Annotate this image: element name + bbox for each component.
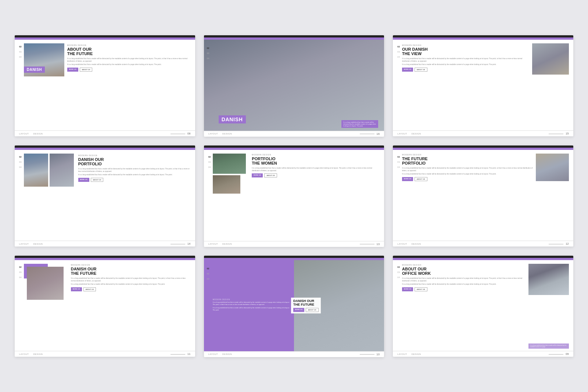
btn-about-6[interactable]: ABOUT US bbox=[415, 177, 427, 181]
footer-divider-8 bbox=[360, 354, 374, 355]
footer-design-3: DESIGN bbox=[412, 133, 421, 135]
slide-3[interactable]: 02 03 04 MODERN DESIGN OUR DANISH THE VI… bbox=[393, 35, 573, 137]
slide-1-content: DANISH MODERN DESIGN ABOUT OUR THE FUTUR… bbox=[24, 43, 191, 129]
footer-layout-9: LAYOUT bbox=[397, 353, 407, 355]
btn-row-8: MORE US ABOUT US bbox=[293, 308, 319, 312]
body-6a: It is a long established fact that a rea… bbox=[402, 167, 533, 172]
footer-left-9: LAYOUT DESIGN bbox=[397, 353, 421, 355]
btn-about-7[interactable]: ABOUT US bbox=[83, 287, 96, 291]
footer-left-1: LAYOUT DESIGN bbox=[19, 133, 43, 135]
footer-line-3: 15 bbox=[549, 132, 569, 135]
body-3b: It is a long established fact that a rea… bbox=[402, 64, 529, 66]
slide-1-body: 02 03 04 DANISH MODERN DESIGN ABOUT OUR … bbox=[15, 40, 195, 131]
slide-7[interactable]: 02 03 04 MODERN DESIGN DANISH OUR THE FU… bbox=[15, 256, 195, 357]
footer-4: LAYOUT DESIGN 14 bbox=[15, 241, 195, 247]
slide-4-content: MODERN DESIGN DANISH OUR PORTFOLIO It is… bbox=[24, 154, 191, 239]
btn-about-8[interactable]: ABOUT US bbox=[306, 308, 319, 312]
slide-4-images bbox=[24, 154, 75, 187]
slide-7-right: MODERN DESIGN DANISH OUR THE FUTURE It i… bbox=[71, 264, 191, 349]
footer-layout-3: LAYOUT bbox=[397, 133, 407, 135]
subtitle-3: MODERN DESIGN bbox=[402, 44, 529, 46]
slide-9-body: 02 03 04 MODERN DESIGN ABOUT OUR OFFICE … bbox=[393, 260, 573, 351]
slide-2-img-wrap: DANISH It is a long established fact tha… bbox=[204, 40, 384, 131]
btn-more-4[interactable]: MORE US bbox=[78, 178, 89, 182]
footer-divider-2 bbox=[360, 134, 374, 134]
footer-design-2: DESIGN bbox=[222, 133, 232, 135]
slide-6-body: 02 03 04 MODERN DESIGN THE FUTURE PORTFO… bbox=[393, 150, 573, 241]
left-nums-4: 02 03 04 bbox=[19, 154, 22, 239]
slide-5-content: MODERN DESIGN PORTFOLIO THE WOMEN It is … bbox=[213, 154, 380, 239]
slide-1[interactable]: 02 03 04 DANISH MODERN DESIGN ABOUT OUR … bbox=[15, 35, 195, 137]
title-5: PORTFOLIO THE WOMEN bbox=[252, 157, 380, 166]
btn-about-3[interactable]: ABOUT US bbox=[415, 68, 427, 72]
slide-4-img1 bbox=[24, 154, 48, 187]
subtitle-1: MODERN DESIGN bbox=[67, 44, 191, 46]
left-nums-9: 02 03 04 bbox=[397, 264, 400, 349]
btn-about-4[interactable]: ABOUT US bbox=[91, 178, 104, 182]
footer-divider-1 bbox=[171, 134, 185, 134]
footer-layout-2: LAYOUT bbox=[208, 133, 218, 135]
btn-more-5[interactable]: MORE US bbox=[252, 173, 263, 177]
footer-divider-7 bbox=[171, 354, 185, 355]
btn-about-5[interactable]: ABOUT US bbox=[264, 173, 277, 177]
btn-more-6[interactable]: MORE US bbox=[402, 177, 413, 181]
slide-7-left bbox=[24, 264, 68, 349]
footer-divider-4 bbox=[171, 244, 185, 244]
footer-1: LAYOUT DESIGN 08 bbox=[15, 130, 195, 136]
footer-design-8: DESIGN bbox=[222, 353, 232, 355]
slide-9-content: MODERN DESIGN ABOUT OUR OFFICE WORK It i… bbox=[402, 264, 569, 349]
footer-5: LAYOUT DESIGN 13 bbox=[204, 241, 384, 247]
footer-3: LAYOUT DESIGN 15 bbox=[393, 130, 573, 136]
footer-design-1: DESIGN bbox=[33, 133, 43, 135]
btn-row-4: MORE US ABOUT US bbox=[78, 178, 191, 182]
footer-num-3: 15 bbox=[566, 132, 569, 135]
footer-design-7: DESIGN bbox=[33, 353, 43, 355]
footer-num-4: 14 bbox=[187, 242, 191, 245]
slide-5-left bbox=[213, 154, 246, 239]
slide-4-img2 bbox=[50, 154, 74, 187]
footer-num-1: 08 bbox=[187, 132, 191, 135]
footer-design-9: DESIGN bbox=[412, 353, 421, 355]
footer-num-5: 13 bbox=[377, 243, 380, 245]
title-1: ABOUT OUR THE FUTURE bbox=[67, 47, 191, 56]
btn-more-3[interactable]: MORE US bbox=[402, 68, 413, 72]
btn-about-1[interactable]: ABOUT US bbox=[80, 68, 93, 72]
btn-more-9[interactable]: MORE US bbox=[402, 287, 413, 291]
footer-left-6: LAYOUT DESIGN bbox=[397, 243, 421, 245]
title-9: ABOUT OUR OFFICE WORK bbox=[402, 267, 526, 276]
footer-divider-5 bbox=[360, 244, 374, 244]
footer-line-6: 12 bbox=[549, 242, 569, 245]
slide-9-overlay: It is a long established fact that a rea… bbox=[528, 344, 569, 349]
footer-left-7: LAYOUT DESIGN bbox=[19, 353, 43, 355]
slide-2[interactable]: 02 03 04 DANISH It is a long established… bbox=[204, 35, 384, 137]
left-nums-3: 02 03 04 bbox=[397, 43, 400, 129]
btn-more-1[interactable]: MORE US bbox=[67, 68, 78, 72]
title-6: THE FUTURE PORTFOLIO bbox=[402, 157, 533, 166]
body-1a: It is a long established fact that a rea… bbox=[67, 58, 191, 63]
slide-8[interactable]: 02 03 04 MODERN DESIGN It is a long esta… bbox=[204, 256, 384, 357]
slide-5-body: 02 03 04 MODERN DESIGN PORTFOLIO THE WOM… bbox=[204, 150, 384, 241]
title-3: OUR DANISH THE VIEW bbox=[402, 47, 529, 56]
body-7b: It is a long established fact that a rea… bbox=[71, 283, 191, 286]
btn-more-7[interactable]: MORE US bbox=[71, 287, 82, 291]
footer-line-5: 13 bbox=[360, 243, 380, 245]
body-9b: It is a long established fact that a rea… bbox=[402, 283, 526, 286]
footer-layout-7: LAYOUT bbox=[19, 353, 29, 355]
slide-3-image bbox=[532, 43, 569, 75]
btn-row-1: MORE US ABOUT US bbox=[67, 68, 191, 72]
slide-4[interactable]: 02 03 04 MODERN DESIGN DANISH OUR PORTFO… bbox=[15, 145, 195, 247]
footer-num-9: 09 bbox=[566, 353, 569, 355]
slide-8-body: 02 03 04 MODERN DESIGN It is a long esta… bbox=[204, 260, 384, 351]
slide-9[interactable]: 02 03 04 MODERN DESIGN ABOUT OUR OFFICE … bbox=[393, 256, 573, 357]
footer-divider-6 bbox=[549, 244, 563, 244]
danish-label-1: DANISH bbox=[24, 66, 45, 73]
body-5a: It is a long established fact that a rea… bbox=[252, 167, 380, 172]
slide-5-right: MODERN DESIGN PORTFOLIO THE WOMEN It is … bbox=[252, 154, 380, 239]
footer-2: LAYOUT DESIGN 16 bbox=[204, 131, 384, 137]
btn-more-8[interactable]: MORE US bbox=[293, 308, 304, 312]
body-9a: It is a long established fact that a rea… bbox=[402, 277, 526, 283]
slide-6[interactable]: 02 03 04 MODERN DESIGN THE FUTURE PORTFO… bbox=[393, 145, 573, 247]
slide-5[interactable]: 02 03 04 MODERN DESIGN PORTFOLIO THE WOM… bbox=[204, 145, 384, 247]
btn-about-9[interactable]: ABOUT US bbox=[415, 287, 427, 291]
left-nums-2: 02 03 04 bbox=[207, 45, 209, 60]
